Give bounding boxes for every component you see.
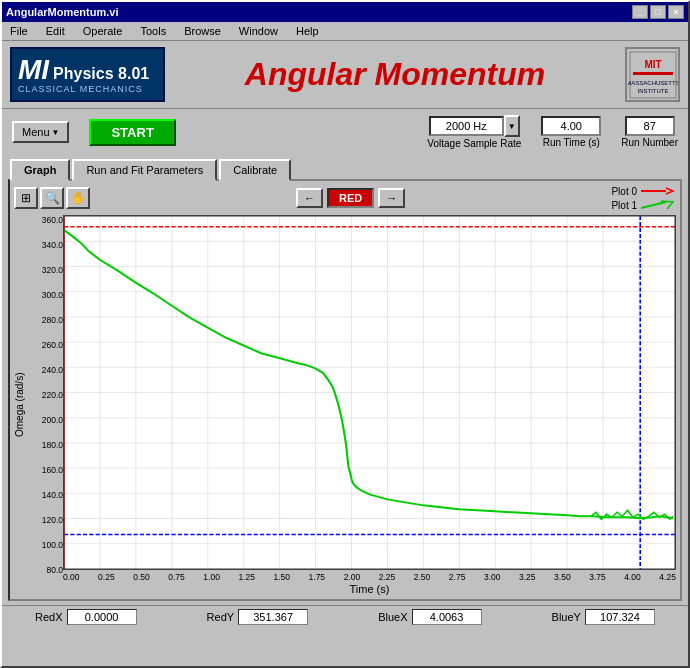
cursor-prev-button[interactable]: ← — [296, 188, 323, 208]
logo-mi: MI — [18, 56, 49, 84]
red-x-label: RedX — [35, 611, 63, 623]
logo-subtitle: CLASSICAL MECHANICS — [18, 84, 143, 94]
blue-y-label: BlueY — [552, 611, 581, 623]
chart-svg — [64, 216, 675, 569]
run-number-group: Run Number — [621, 116, 678, 148]
graph-with-axes: 0.00 0.25 0.50 0.75 1.00 1.25 1.50 1.75 … — [63, 215, 676, 595]
legend-plot1-line-icon — [641, 199, 676, 211]
voltage-sample-rate-input[interactable] — [429, 116, 504, 136]
red-y-label: RedY — [207, 611, 235, 623]
voltage-sample-rate-label: Voltage Sample Rate — [427, 138, 521, 149]
run-time-group: Run Time (s) — [541, 116, 601, 148]
run-number-input[interactable] — [625, 116, 675, 136]
voltage-sample-rate-control: ▼ — [429, 115, 520, 137]
tab-calibrate[interactable]: Calibrate — [219, 159, 291, 181]
menu-bar: File Edit Operate Tools Browse Window He… — [2, 22, 688, 41]
status-bar: RedX 0.0000 RedY 351.367 BlueX 4.0063 Bl… — [2, 605, 688, 628]
window-title: AngularMomentum.vi — [6, 6, 118, 18]
title-bar: AngularMomentum.vi _ □ × — [2, 2, 688, 22]
controls-bar: Menu ▼ START ▼ Voltage Sample Rate Run T… — [2, 109, 688, 155]
run-number-label: Run Number — [621, 137, 678, 148]
graph-container: ⊞ 🔍 ✋ ← RED → Plot 0 Plot 1 — [8, 179, 682, 601]
run-time-input[interactable] — [541, 116, 601, 136]
y-tick-labels: 80.0 100.0 120.0 140.0 160.0 180.0 200.0… — [29, 215, 63, 595]
menu-operate[interactable]: Operate — [79, 24, 127, 38]
main-window: AngularMomentum.vi _ □ × File Edit Opera… — [0, 0, 690, 668]
tab-graph[interactable]: Graph — [10, 159, 70, 181]
y-axis-label: Omega (rad/s) — [14, 215, 28, 595]
minimize-button[interactable]: _ — [632, 5, 648, 19]
graph-area: Omega (rad/s) 80.0 100.0 120.0 140.0 160… — [14, 215, 676, 595]
blue-x-label: BlueX — [378, 611, 407, 623]
menu-browse[interactable]: Browse — [180, 24, 225, 38]
plot-area — [63, 215, 676, 570]
menu-tools[interactable]: Tools — [136, 24, 170, 38]
pan-tool-button[interactable]: ✋ — [66, 187, 90, 209]
close-button[interactable]: × — [668, 5, 684, 19]
mit-badge: MIT MASSACHUSETTS INSTITUTE — [625, 47, 680, 102]
graph-tools: ⊞ 🔍 ✋ — [14, 187, 90, 209]
start-button[interactable]: START — [89, 119, 175, 146]
legend-plot1-label: Plot 1 — [611, 200, 637, 211]
title-bar-buttons: _ □ × — [632, 5, 684, 19]
svg-rect-3 — [633, 72, 673, 75]
menu-file[interactable]: File — [6, 24, 32, 38]
cursor-next-button[interactable]: → — [378, 188, 405, 208]
menu-dropdown-icon: ▼ — [52, 128, 60, 137]
svg-text:MIT: MIT — [644, 59, 661, 70]
blue-x-status: BlueX 4.0063 — [378, 609, 481, 625]
graph-toolbar: ⊞ 🔍 ✋ ← RED → Plot 0 Plot 1 — [14, 185, 676, 211]
blue-y-status: BlueY 107.324 — [552, 609, 655, 625]
x-tick-labels: 0.00 0.25 0.50 0.75 1.00 1.25 1.50 1.75 … — [63, 570, 676, 582]
tab-run-fit-parameters[interactable]: Run and Fit Parameters — [72, 159, 217, 181]
cursor-color-label: RED — [327, 188, 374, 208]
cursor-controls: ← RED → — [296, 188, 405, 208]
menu-window[interactable]: Window — [235, 24, 282, 38]
red-x-value: 0.0000 — [67, 609, 137, 625]
menu-edit[interactable]: Edit — [42, 24, 69, 38]
legend: Plot 0 Plot 1 — [611, 185, 676, 211]
menu-button[interactable]: Menu ▼ — [12, 121, 69, 143]
logo: MI Physics 8.01 CLASSICAL MECHANICS — [10, 47, 165, 102]
legend-plot0-label: Plot 0 — [611, 186, 637, 197]
zoom-tool-button[interactable]: 🔍 — [40, 187, 64, 209]
tabs-bar: Graph Run and Fit Parameters Calibrate — [2, 157, 688, 179]
grid-tool-button[interactable]: ⊞ — [14, 187, 38, 209]
red-y-value: 351.367 — [238, 609, 308, 625]
blue-x-value: 4.0063 — [412, 609, 482, 625]
x-axis-label: Time (s) — [63, 583, 676, 595]
legend-plot1: Plot 1 — [611, 199, 676, 211]
legend-plot0-line-icon — [641, 185, 676, 197]
maximize-button[interactable]: □ — [650, 5, 666, 19]
svg-text:MASSACHUSETTS: MASSACHUSETTS — [628, 80, 678, 86]
voltage-sample-rate-group: ▼ Voltage Sample Rate — [427, 115, 521, 149]
red-y-status: RedY 351.367 — [207, 609, 309, 625]
page-title: Angular Momentum — [175, 56, 615, 93]
red-x-status: RedX 0.0000 — [35, 609, 137, 625]
svg-line-7 — [641, 202, 666, 208]
logo-physics: Physics 8.01 — [53, 66, 149, 82]
svg-text:INSTITUTE: INSTITUTE — [637, 88, 668, 94]
header: MI Physics 8.01 CLASSICAL MECHANICS Angu… — [2, 41, 688, 109]
legend-plot0: Plot 0 — [611, 185, 676, 197]
run-time-label: Run Time (s) — [543, 137, 600, 148]
blue-y-value: 107.324 — [585, 609, 655, 625]
menu-help[interactable]: Help — [292, 24, 323, 38]
voltage-dropdown-arrow[interactable]: ▼ — [504, 115, 520, 137]
